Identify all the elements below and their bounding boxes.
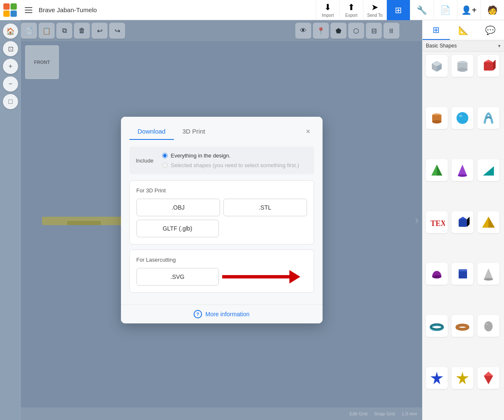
arrow-shaft [222,275,289,278]
add-user-icon: 👤+ [461,5,477,15]
canvas-area: 📄 📋 ⧉ 🗑 ↩ ↪ 👁 📍 ⬟ ⬡ ⊟ ⫼ FRONT › [21,20,422,420]
modal-close-button[interactable]: × [302,126,314,138]
notes-tab-icon: 💬 [485,25,496,35]
rp-tab-ruler[interactable]: 📐 [450,20,477,40]
modal-footer: ? More information [121,304,323,323]
shape-cylinder-brown[interactable] [426,107,448,129]
shape-dome-purple[interactable] [426,263,448,285]
svg-download-btn[interactable]: .SVG [136,268,219,286]
section-laser-title: For Lasercutting [136,257,307,263]
shape-blob-gray[interactable] [478,315,499,337]
shape-wedge-cyan[interactable] [478,159,499,181]
avatar-icon: 🧑 [487,5,498,15]
svg-marker-22 [459,217,467,219]
shape-pyramid-yellow[interactable] [478,211,499,233]
modal-header: Download 3D Print × [121,117,323,140]
tinkercad-logo[interactable] [0,0,20,20]
shapes-category-title: Basic Shapes [426,43,457,49]
zoom-out-btn[interactable]: − [3,76,18,92]
shapes-tab-icon: ⊞ [433,25,440,35]
svg-marker-15 [437,165,442,176]
zoom-fit-btn[interactable]: ⊡ [3,41,18,56]
grid-view-icon: ⊞ [395,5,402,15]
grid-view-btn[interactable]: ⊞ [386,0,410,20]
include-section: Include Everything in the design. Select… [129,147,314,174]
shape-pyramid-green[interactable] [426,159,448,181]
svg-marker-8 [493,60,496,71]
section-3dprint: For 3D Print .OBJ .STL GLTF (.glb) [129,180,314,244]
stl-download-btn[interactable]: .STL [223,199,307,216]
rp-tab-shapes[interactable]: ⊞ [423,20,450,40]
include-label: Include [136,158,157,164]
svg-marker-29 [484,268,493,279]
more-info-link[interactable]: ? More information [194,310,249,318]
svg-marker-19 [483,166,494,176]
svg-point-17 [458,174,467,177]
shape-cylinder-striped[interactable] [452,55,473,77]
obj-download-btn[interactable]: .OBJ [136,199,220,216]
import-btn[interactable]: ⬇ Import [316,0,339,20]
shape-star-yellow[interactable] [452,367,473,389]
topbar: Brave Jaban-Tumelo ⬇ Import ⬆ Export ➤ S… [0,0,504,20]
avatar-btn[interactable]: 🧑 [480,0,504,20]
shape-star-blue[interactable] [426,367,448,389]
include-options: Everything in the design. Selected shape… [162,152,299,168]
right-panel: ⊞ 📐 💬 Basic Shapes ▾ [422,20,504,420]
home-btn[interactable]: 🏠 [3,24,18,39]
svg-marker-37 [456,372,469,384]
section-lasercutting: For Lasercutting .SVG [129,249,314,293]
shape-box-navy[interactable] [452,211,473,233]
import-label: Import [322,13,333,18]
zoom-in-btn[interactable]: + [3,59,18,74]
svg-point-33 [457,325,468,329]
sendto-btn[interactable]: ➤ Send To [363,0,386,20]
svg-point-5 [457,68,467,72]
arrow-annotation [222,270,300,284]
section-3dprint-title: For 3D Print [136,187,307,194]
menu-icon[interactable] [22,3,35,17]
shape-cone-purple[interactable] [452,159,473,181]
radio-everything[interactable] [162,153,168,158]
shape-cone-gray[interactable] [478,263,499,285]
shape-twig-blue[interactable] [478,107,499,129]
shape-cube-gray[interactable] [426,55,448,77]
shape-sphere-blue[interactable] [452,107,473,129]
modal-tabs: Download 3D Print [129,123,214,140]
shapes-grid: TEXT [423,52,504,420]
svg-point-34 [484,321,493,331]
svg-rect-21 [459,219,467,227]
project-title: Brave Jaban-Tumelo [39,6,97,13]
tools-icon: 🔧 [417,5,427,15]
shapes-category-dropdown[interactable]: ▾ [498,43,501,49]
tools-btn[interactable]: 🔧 [410,0,433,20]
rp-tab-notes[interactable]: 💬 [477,20,504,40]
layers-btn[interactable]: □ [3,94,18,109]
gltf-download-btn[interactable]: GLTF (.glb) [136,220,219,237]
shape-torus-teal[interactable] [426,315,448,337]
export-label: Export [345,13,357,18]
export-btn[interactable]: ⬆ Export [339,0,363,20]
more-info-label: More information [205,311,249,318]
modal-overlay[interactable]: Download 3D Print × Include [21,20,422,420]
tab-3dprint[interactable]: 3D Print [174,123,213,140]
option-selected[interactable]: Selected shapes (you need to select some… [162,162,299,168]
shape-text-red[interactable]: TEXT [426,211,448,233]
radio-selected[interactable] [162,163,168,168]
topbar-right: ⬇ Import ⬆ Export ➤ Send To ⊞ 🔧 📄 👤+ 🧑 [316,0,504,20]
left-sidebar: 🏠 ⊡ + − □ [0,20,21,420]
shape-box-red[interactable] [478,55,499,77]
add-user-btn[interactable]: 👤+ [457,0,480,20]
svg-point-35 [486,323,488,325]
svg-marker-23 [467,217,470,227]
shape-box-blue2[interactable] [452,263,473,285]
svg-point-13 [459,115,462,117]
arrow-head [289,270,300,284]
shape-donut-brown[interactable] [452,315,473,337]
svg-marker-25 [488,217,495,228]
modal-body: Include Everything in the design. Select… [121,140,323,304]
option-selected-label: Selected shapes (you need to select some… [171,162,299,168]
file-btn[interactable]: 📄 [433,0,457,20]
shape-gem-red[interactable] [478,367,499,389]
option-everything[interactable]: Everything in the design. [162,152,299,159]
tab-download[interactable]: Download [129,123,174,140]
